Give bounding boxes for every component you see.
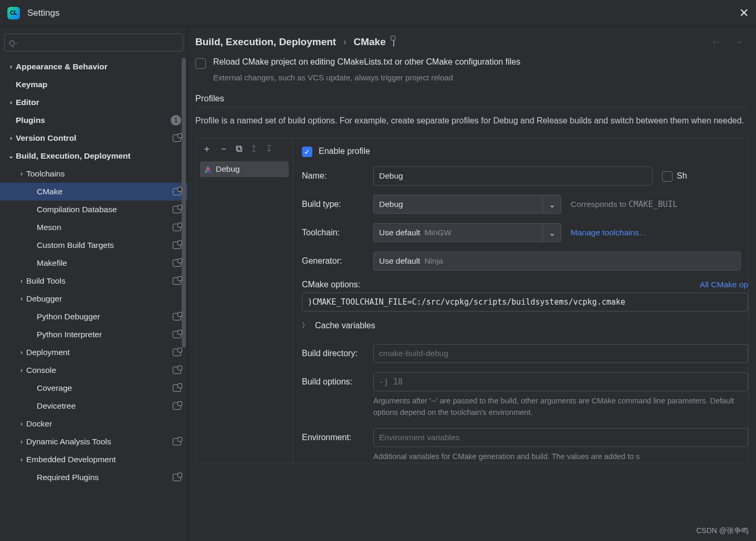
profile-item-label: Debug — [216, 164, 240, 174]
sidebar-item-toolchains[interactable]: ›Toolchains — [0, 165, 187, 183]
up-icon[interactable]: ↥ — [250, 143, 258, 154]
sidebar-item-devicetree[interactable]: Devicetree — [0, 397, 187, 415]
cmakeopts-input[interactable] — [302, 293, 748, 311]
sidebar-item-label: Python Debugger — [37, 312, 173, 321]
window-indicator-icon — [173, 438, 181, 445]
sidebar-item-label: Coverage — [37, 383, 173, 393]
share-checkbox[interactable] — [662, 171, 673, 182]
window-indicator-icon — [173, 134, 181, 142]
env-note: Additional variables for CMake generatio… — [373, 451, 748, 463]
buildtype-select[interactable]: Debug ⌄ — [373, 195, 561, 214]
profile-item-debug[interactable]: Debug — [200, 161, 289, 177]
chevron-down-icon[interactable]: ⌄ — [542, 223, 561, 242]
sidebar-item-coverage[interactable]: Coverage — [0, 379, 187, 397]
sidebar-item-console[interactable]: ›Console — [0, 361, 187, 379]
close-icon[interactable]: ✕ — [739, 6, 749, 20]
reload-checkbox[interactable] — [195, 58, 206, 69]
generator-field[interactable]: Use defaultNinja — [373, 252, 741, 270]
window-indicator-icon — [173, 206, 181, 213]
generator-label: Generator: — [302, 256, 373, 266]
copy-icon[interactable]: ⧉ — [236, 143, 243, 154]
sidebar-item-label: Makefile — [37, 258, 173, 268]
back-icon[interactable]: ← — [711, 36, 721, 48]
profiles-desc: Profile is a named set of build options.… — [195, 115, 749, 127]
breadcrumb-a[interactable]: Build, Execution, Deployment — [195, 36, 336, 48]
name-input[interactable] — [373, 167, 653, 185]
cmakeopts-label: CMake options: — [302, 280, 360, 289]
env-input[interactable] — [373, 428, 748, 447]
add-icon[interactable]: ＋ — [202, 142, 212, 155]
sidebar-item-version-control[interactable]: ›Version Control — [0, 129, 187, 147]
watermark: CSDN @张争鸣 — [696, 526, 749, 536]
chevron-right-icon: 〉 — [302, 321, 309, 330]
reload-hint: External changes, such as VCS update, al… — [213, 73, 749, 82]
sidebar-item-plugins[interactable]: Plugins1 — [0, 111, 187, 129]
chevron-right-icon: › — [17, 170, 26, 178]
sidebar-item-build-tools[interactable]: ›Build Tools — [0, 272, 187, 290]
sidebar-item-deployment[interactable]: ›Deployment — [0, 344, 187, 361]
window-indicator-icon — [173, 188, 181, 195]
manage-toolchains-link[interactable]: Manage toolchains… — [571, 228, 647, 237]
titlebar: CL Settings ✕ — [0, 0, 756, 26]
buildopts-input[interactable] — [373, 372, 748, 391]
sidebar-item-debugger[interactable]: ›Debugger — [0, 290, 187, 308]
forward-icon[interactable]: → — [733, 36, 743, 48]
sidebar-item-label: Dynamic Analysis Tools — [26, 437, 173, 446]
enable-profile-label: Enable profile — [319, 147, 370, 156]
sidebar-item-label: Plugins — [16, 116, 167, 125]
sidebar-item-compilation-database[interactable]: Compilation Database — [0, 201, 187, 219]
sidebar-item-embedded-development[interactable]: ›Embedded Development — [0, 451, 187, 469]
sidebar-item-cmake[interactable]: CMake — [0, 183, 187, 201]
toolchain-select[interactable]: Use defaultMinGW ⌄ — [373, 223, 561, 242]
window-indicator-icon — [173, 349, 181, 356]
sidebar-item-custom-build-targets[interactable]: Custom Build Targets — [0, 236, 187, 254]
window-indicator-icon — [173, 474, 181, 481]
buildopts-label: Build options: — [302, 377, 373, 387]
profile-editor: ＋ － ⧉ ↥ ↧ Debug ✓ Enable profile — [195, 138, 749, 463]
sidebar-item-dynamic-analysis-tools[interactable]: ›Dynamic Analysis Tools — [0, 433, 187, 451]
sidebar-item-docker[interactable]: ›Docker — [0, 415, 187, 433]
cache-variables-toggle[interactable]: 〉 Cache variables — [302, 321, 748, 330]
settings-tree[interactable]: ›Appearance & BehaviorKeymap›EditorPlugi… — [0, 58, 187, 541]
sidebar-item-label: Devicetree — [37, 401, 173, 411]
chevron-right-icon: › — [17, 456, 26, 463]
badge: 1 — [171, 115, 181, 126]
sidebar-item-label: Python Interpreter — [37, 330, 173, 339]
sidebar-item-label: Compilation Database — [37, 205, 173, 214]
name-label: Name: — [302, 171, 373, 181]
toolchain-label: Toolchain: — [302, 228, 373, 237]
window-indicator-icon — [393, 37, 394, 47]
scrollbar[interactable] — [182, 58, 186, 348]
window-indicator-icon — [173, 313, 181, 320]
window-indicator-icon — [173, 224, 181, 231]
sidebar-item-required-plugins[interactable]: Required Plugins — [0, 469, 187, 486]
sidebar-item-appearance-behavior[interactable]: ›Appearance & Behavior — [0, 58, 187, 76]
chevron-down-icon: ⌄ — [6, 152, 16, 160]
sidebar-item-label: Build, Execution, Deployment — [16, 151, 181, 161]
cmake-icon — [204, 165, 212, 173]
sidebar-item-label: Console — [26, 366, 173, 375]
sidebar-item-label: Docker — [26, 419, 181, 429]
sidebar-item-build-execution-deployment[interactable]: ⌄Build, Execution, Deployment — [0, 147, 187, 165]
buildopts-note: Arguments after '--' are passed to the b… — [373, 396, 748, 419]
sidebar-item-keymap[interactable]: Keymap — [0, 76, 187, 93]
down-icon[interactable]: ↧ — [265, 143, 273, 154]
builddir-input[interactable] — [373, 344, 748, 363]
sidebar-item-label: Required Plugins — [37, 473, 173, 482]
sidebar-item-label: Custom Build Targets — [37, 241, 173, 250]
sidebar-item-editor[interactable]: ›Editor — [0, 93, 187, 111]
sidebar-item-meson[interactable]: Meson — [0, 219, 187, 236]
chevron-down-icon[interactable]: ⌄ — [542, 195, 561, 214]
enable-profile-checkbox[interactable]: ✓ — [302, 147, 312, 157]
remove-icon[interactable]: － — [219, 142, 228, 155]
sidebar-item-python-interpreter[interactable]: Python Interpreter — [0, 326, 187, 344]
sidebar-item-makefile[interactable]: Makefile — [0, 254, 187, 272]
sidebar-item-label: Deployment — [26, 348, 173, 357]
env-label: Environment: — [302, 433, 373, 442]
window-title: Settings — [27, 8, 739, 18]
all-cmake-options-link[interactable]: All CMake op — [700, 280, 748, 289]
sidebar-item-python-debugger[interactable]: Python Debugger — [0, 308, 187, 326]
window-indicator-icon — [173, 242, 181, 249]
chevron-right-icon: › — [17, 349, 26, 356]
search-input[interactable]: Q- — [4, 34, 183, 51]
